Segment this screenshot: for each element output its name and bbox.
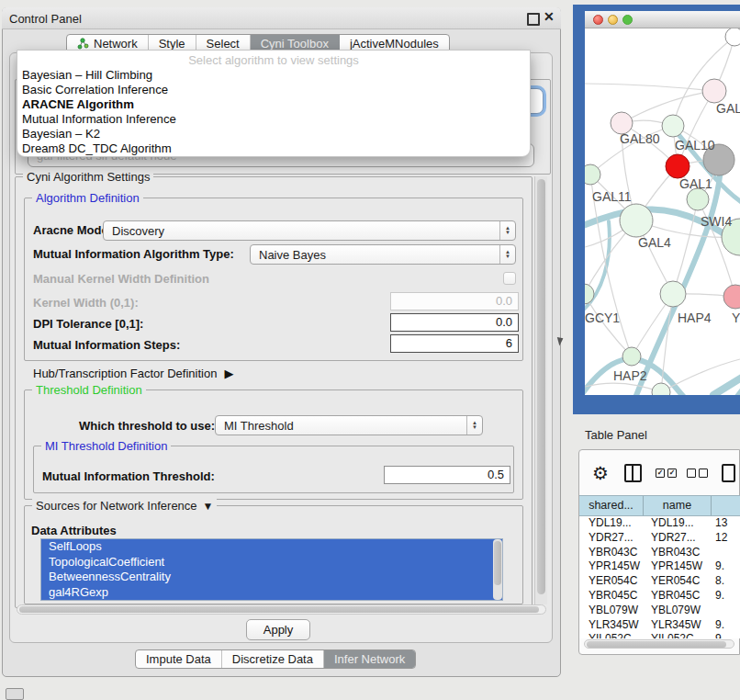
settings-vertical-scrollbar[interactable] xyxy=(534,176,547,604)
table-cell xyxy=(712,604,740,618)
mouse-cursor xyxy=(557,335,565,345)
algorithm-option[interactable]: Bayesian – Hill Climbing xyxy=(17,68,530,83)
network-node-hap2[interactable] xyxy=(622,347,641,366)
dpi-tolerance-label: DPI Tolerance [0,1]: xyxy=(33,317,143,331)
table-row[interactable]: YBR043CYBR043C xyxy=(579,546,740,560)
deselect-all-columns-icon[interactable] xyxy=(687,469,708,478)
data-attributes-list[interactable]: SelfLoopsTopologicalCoefficientBetweenne… xyxy=(40,538,503,601)
tab-infer-network[interactable]: Infer Network xyxy=(324,650,415,668)
float-window-icon[interactable] xyxy=(527,13,540,26)
attributes-list-scrollbar[interactable] xyxy=(493,539,502,600)
table-horizontal-scrollbar[interactable] xyxy=(584,639,734,649)
table-row[interactable]: YDL19...YDL19...13 xyxy=(579,516,740,531)
algorithm-option[interactable]: Basic Correlation Inference xyxy=(17,83,530,97)
close-window-icon[interactable]: ✕ xyxy=(544,9,555,24)
dock-panel-icon[interactable] xyxy=(6,688,24,700)
table-cell: YBL079W xyxy=(579,604,644,618)
manual-kernel-width-checkbox[interactable] xyxy=(503,272,516,285)
table-panel-title: Table Panel xyxy=(585,428,647,442)
stepper-arrows-icon: ▲▼ xyxy=(499,245,515,264)
columns-icon[interactable] xyxy=(624,464,642,482)
tab-impute-data[interactable]: Impute Data xyxy=(136,650,222,668)
column-header-shared[interactable]: shared... xyxy=(579,496,644,515)
tab-discretize-data[interactable]: Discretize Data xyxy=(222,650,324,668)
algorithm-option[interactable]: Mutual Information Inference xyxy=(17,112,530,127)
node-label: GAL xyxy=(716,101,740,116)
node-label: GAL1 xyxy=(679,176,712,191)
mi-algorithm-type-value: Naive Bayes xyxy=(251,248,499,262)
column-header-name[interactable]: name xyxy=(644,496,712,515)
dpi-tolerance-field[interactable]: 0.0 xyxy=(390,313,519,332)
table-cell: YBL079W xyxy=(644,604,712,618)
network-node-gal11[interactable] xyxy=(585,164,600,185)
table-cell: YER054C xyxy=(579,574,644,589)
table-row[interactable]: YBL079WYBL079W xyxy=(579,604,740,618)
window-title: Control Panel xyxy=(9,12,82,26)
table-cell: YLR345W xyxy=(579,618,644,633)
which-threshold-label: Which threshold to use: xyxy=(79,419,215,433)
network-node[interactable] xyxy=(652,383,670,395)
network-node-gal4[interactable] xyxy=(620,204,653,237)
table-row[interactable]: YIL052CYIL052C9. xyxy=(579,632,740,638)
network-node-hap4[interactable] xyxy=(660,281,686,307)
attribute-list-item[interactable]: gal4RGexp xyxy=(41,585,502,601)
collapse-down-icon: ▼ xyxy=(203,500,214,513)
control-panel-titlebar[interactable] xyxy=(2,7,561,29)
stepper-arrows-icon: ▲▼ xyxy=(466,416,482,435)
close-traffic-light-icon[interactable] xyxy=(593,15,603,25)
table-cell: YBR045C xyxy=(579,589,644,604)
bottom-tabbar: Impute Data Discretize Data Infer Networ… xyxy=(135,649,416,669)
table-row[interactable]: YER054CYER054C8. xyxy=(579,574,740,589)
hub-definition-label: Hub/Transcription Factor Definition xyxy=(33,367,217,380)
node-label: GAL11 xyxy=(592,189,632,204)
data-attributes-label: Data Attributes xyxy=(31,524,117,537)
network-node[interactable] xyxy=(723,285,740,309)
mi-steps-field[interactable]: 6 xyxy=(390,334,519,353)
network-node[interactable] xyxy=(702,79,726,103)
table-cell: YER054C xyxy=(644,574,712,589)
which-threshold-value: MI Threshold xyxy=(216,419,466,433)
node-label: GAL80 xyxy=(620,131,660,146)
network-node-swi4[interactable] xyxy=(687,188,709,210)
table-row[interactable]: YPR145WYPR145W9. xyxy=(579,559,740,574)
aracne-mode-value: Discovery xyxy=(104,224,499,238)
which-threshold-combobox[interactable]: MI Threshold ▲▼ xyxy=(215,415,483,435)
column-header-clipped[interactable] xyxy=(712,496,740,515)
table-cell: YDL19... xyxy=(644,516,712,531)
algorithm-dropdown-list: Bayesian – Hill ClimbingBasic Correlatio… xyxy=(17,68,530,156)
kernel-width-field[interactable]: 0.0 xyxy=(390,292,519,310)
aracne-mode-label: Aracne Mode: xyxy=(33,223,112,237)
settings-horizontal-scrollbar[interactable] xyxy=(17,604,546,615)
network-node[interactable] xyxy=(725,28,740,46)
apply-button[interactable]: Apply xyxy=(246,619,310,640)
attribute-list-item[interactable]: BetweennessCentrality xyxy=(41,570,502,585)
algorithm-option[interactable]: Bayesian – K2 xyxy=(17,127,530,141)
network-node-gal10[interactable] xyxy=(662,115,684,137)
mi-threshold-field[interactable]: 0.5 xyxy=(384,466,510,484)
sources-title: Sources for Network Inference xyxy=(36,499,197,513)
table-cell xyxy=(712,546,740,560)
table-row[interactable]: YBR045CYBR045C9. xyxy=(579,589,740,604)
mi-algorithm-type-combobox[interactable]: Naive Bayes ▲▼ xyxy=(250,244,516,265)
attribute-list-item[interactable]: TopologicalCoefficient xyxy=(41,555,502,570)
network-node-selected[interactable] xyxy=(666,154,690,178)
attribute-list-item[interactable]: SelfLoops xyxy=(41,539,502,555)
aracne-mode-combobox[interactable]: Discovery ▲▼ xyxy=(103,220,516,241)
hub-definition-expander[interactable]: Hub/Transcription Factor Definition ▶ xyxy=(33,367,233,380)
new-table-icon[interactable] xyxy=(722,464,735,482)
algorithm-dropdown-placeholder: Select algorithm to view settings xyxy=(17,52,530,68)
minimize-traffic-light-icon[interactable] xyxy=(608,15,618,25)
table-row[interactable]: YDR27...YDR27...12 xyxy=(579,531,740,546)
gear-icon[interactable]: ⚙ xyxy=(592,462,609,484)
algorithm-option[interactable]: ARACNE Algorithm xyxy=(17,97,530,112)
expand-right-icon: ▶ xyxy=(224,367,233,380)
node-label: GAL10 xyxy=(675,138,715,152)
table-cell: YIL052C xyxy=(579,632,644,638)
sources-title-row[interactable]: Sources for Network Inference ▼ xyxy=(32,499,217,513)
select-all-columns-icon[interactable]: ✓✓ xyxy=(656,469,677,478)
algorithm-option[interactable]: Dream8 DC_TDC Algorithm xyxy=(17,141,530,156)
table-row[interactable]: YLR345WYLR345W9. xyxy=(579,618,740,633)
zoom-traffic-light-icon[interactable] xyxy=(622,15,633,25)
table-cell: 9. xyxy=(712,589,740,604)
network-canvas[interactable]: GAL GAL80 GAL10 GAL1 GAL11 SWI4 GAL4 GCY… xyxy=(585,28,740,395)
